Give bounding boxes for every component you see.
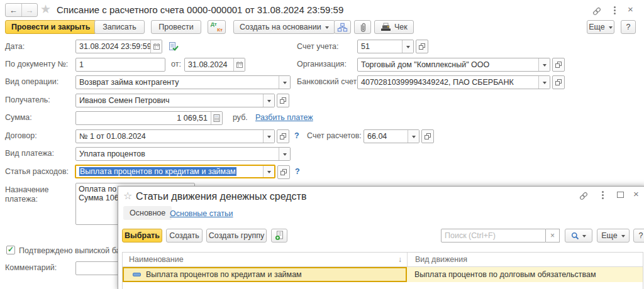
operation-kind-label: Вид операции: xyxy=(5,77,58,86)
checkmark-icon: ✓ xyxy=(8,245,14,254)
get-link-icon[interactable] xyxy=(579,191,589,201)
movement-kind-cell[interactable]: Выплата процентов по долговым обязательс… xyxy=(407,267,643,282)
payee-open-button[interactable] xyxy=(277,94,289,107)
tab-main-items-link[interactable]: Основные статьи xyxy=(170,209,233,218)
currency-label: руб. xyxy=(233,113,248,122)
accounting-account-select[interactable]: 51 xyxy=(357,40,414,53)
dialog-more-button[interactable]: Еще xyxy=(597,229,630,243)
settlement-account-select[interactable]: 66.04 xyxy=(364,129,419,143)
document-check-icon[interactable] xyxy=(169,41,179,52)
attachments-button[interactable] xyxy=(354,20,371,34)
open-icon xyxy=(279,97,287,104)
organization-label: Организация: xyxy=(297,60,347,68)
create-copy-button[interactable] xyxy=(271,229,287,243)
open-icon xyxy=(424,133,431,140)
chevron-down-icon xyxy=(609,26,613,31)
chevron-down-icon xyxy=(543,64,547,68)
clear-search-icon[interactable]: × xyxy=(546,229,560,243)
chevron-down-icon xyxy=(267,100,271,104)
doc-number-field[interactable]: 1 xyxy=(75,58,165,72)
expense-item-select[interactable]: Выплата процентов по кредитам и займам xyxy=(75,165,275,178)
help-button[interactable]: ? xyxy=(621,20,636,34)
structure-icon xyxy=(337,22,348,33)
organization-select[interactable]: Торговый дом "Комплексный" ООО xyxy=(357,58,550,72)
expense-item-open-button[interactable] xyxy=(277,165,290,179)
column-header-name[interactable]: Наименование ↓ xyxy=(123,255,407,264)
organization-open-button[interactable] xyxy=(552,58,565,72)
chevron-down-icon xyxy=(283,153,287,158)
contract-help-icon[interactable]: ? xyxy=(294,131,299,140)
forward-button[interactable]: → xyxy=(22,4,38,16)
column-header-movement[interactable]: Вид движения xyxy=(407,253,643,266)
cash-flow-items-dialog: ☆ Статьи движения денежных средств × Осн… xyxy=(118,186,644,289)
receipt-icon xyxy=(380,23,391,31)
create-button[interactable]: Создать xyxy=(166,229,203,243)
application-window: ← → ★ Списание с расчетного счета 0000-0… xyxy=(0,0,644,289)
dialog-help-button[interactable]: ? xyxy=(633,229,644,243)
table-row[interactable]: Выплата процентов по кредитам и займам В… xyxy=(123,267,643,282)
bank-account-label: Банковский счет: xyxy=(297,77,359,86)
more-button[interactable]: Еще xyxy=(587,20,614,34)
back-button[interactable]: ← xyxy=(6,4,22,16)
expense-item-label: Статья расходов: xyxy=(5,167,69,176)
comment-label: Комментарий: xyxy=(5,263,57,272)
calendar-icon[interactable] xyxy=(233,58,245,71)
chevron-down-icon xyxy=(325,26,329,31)
tab-main[interactable]: Основное xyxy=(123,206,172,220)
calculator-icon[interactable] xyxy=(211,112,222,124)
favorite-star-icon[interactable]: ☆ xyxy=(123,190,132,202)
more-menu-icon[interactable] xyxy=(599,190,606,199)
select-button[interactable]: Выбрать xyxy=(122,229,162,243)
accounting-account-open-button[interactable] xyxy=(416,40,428,53)
history-nav: ← → xyxy=(5,3,38,17)
bank-account-select[interactable]: 40702810399994349242, ПАО СБЕРБАНК xyxy=(357,75,550,89)
amount-field[interactable]: 1 069,51 xyxy=(75,111,223,125)
post-and-close-button[interactable]: Провести и закрыть xyxy=(5,20,96,34)
back-arrow-icon: ← xyxy=(9,6,18,15)
receipt-button[interactable]: Чек xyxy=(374,20,414,34)
contract-open-button[interactable] xyxy=(277,129,289,143)
close-dialog-icon[interactable]: × xyxy=(633,188,639,199)
chevron-down-icon xyxy=(621,235,625,239)
save-button[interactable]: Записать xyxy=(94,20,145,34)
cash-flow-items-table: Наименование ↓ Вид движения Выплата проц… xyxy=(122,252,643,289)
contract-select[interactable]: № 1 от 01.08.2024 xyxy=(75,129,275,143)
date-label: Дата: xyxy=(5,42,25,51)
create-group-button[interactable]: Создать группу xyxy=(206,229,267,243)
payment-kind-select[interactable]: Уплата процентов xyxy=(75,147,291,161)
payee-select[interactable]: Иванов Семен Петрович xyxy=(75,94,275,107)
date-field[interactable]: 31.08.2024 23:59:59 xyxy=(75,40,162,53)
sort-desc-icon: ↓ xyxy=(398,255,402,264)
show-postings-button[interactable]: Дт Кт xyxy=(208,20,226,34)
settlement-account-label: Счет расчетов: xyxy=(307,131,362,140)
chevron-down-icon xyxy=(283,82,287,86)
search-options-button[interactable] xyxy=(565,229,592,243)
amount-label: Сумма: xyxy=(5,113,32,122)
doc-date-field[interactable]: 31.08.2024 xyxy=(184,58,245,72)
calendar-icon[interactable] xyxy=(150,40,162,53)
payee-label: Получатель: xyxy=(5,95,50,104)
post-button[interactable]: Провести xyxy=(151,20,201,34)
bank-confirmed-label: Подтверждено выпиской банка xyxy=(19,246,133,255)
chevron-down-icon xyxy=(267,136,271,140)
bank-confirmed-checkbox[interactable]: ✓ xyxy=(6,246,15,254)
more-menu-icon[interactable] xyxy=(611,5,618,14)
contract-label: Договор: xyxy=(5,131,37,140)
settlement-account-open-button[interactable] xyxy=(421,129,434,143)
chevron-down-icon xyxy=(406,46,410,50)
get-link-icon[interactable] xyxy=(592,6,602,16)
expense-item-help-icon[interactable]: ? xyxy=(295,167,300,176)
document-structure-button[interactable] xyxy=(334,20,351,34)
create-based-on-button[interactable]: Создать на основании xyxy=(233,20,335,34)
chevron-down-icon xyxy=(582,235,586,239)
dialog-title: Статьи движения денежных средств xyxy=(136,191,306,202)
item-name-cell[interactable]: Выплата процентов по кредитам и займам xyxy=(123,267,407,282)
operation-kind-select[interactable]: Возврат займа контрагенту xyxy=(75,75,291,89)
maximize-icon[interactable] xyxy=(617,192,624,198)
bank-account-open-button[interactable] xyxy=(552,75,565,89)
favorite-star-icon[interactable]: ★ xyxy=(40,2,51,16)
search-input[interactable] xyxy=(441,229,546,243)
close-window-icon[interactable]: × xyxy=(628,4,633,14)
payment-kind-label: Вид платежа: xyxy=(5,149,54,158)
split-payment-link[interactable]: Разбить платеж xyxy=(255,113,313,122)
